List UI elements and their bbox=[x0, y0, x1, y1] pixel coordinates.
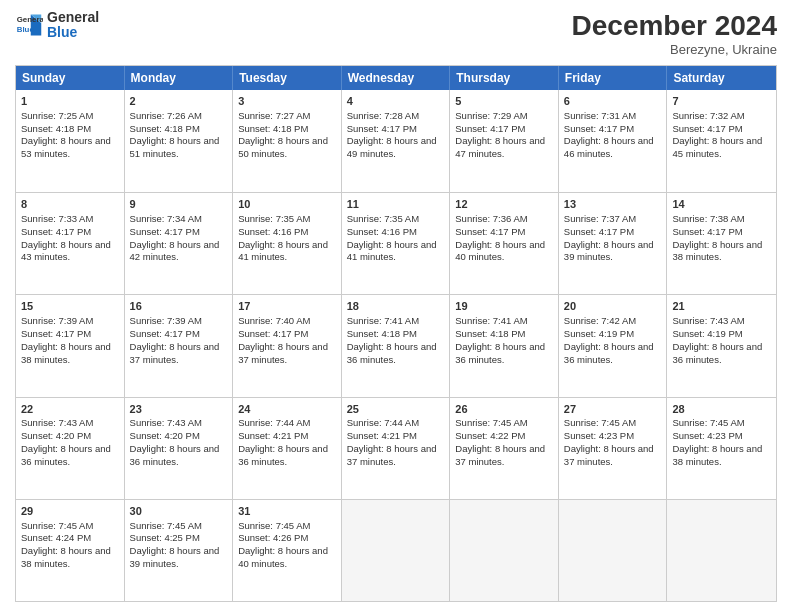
sunrise-text: Sunrise: 7:28 AM bbox=[347, 110, 445, 123]
daylight-text: Daylight: 8 hours and 50 minutes. bbox=[238, 135, 336, 161]
sunset-text: Sunset: 4:18 PM bbox=[238, 123, 336, 136]
calendar-cell: 16Sunrise: 7:39 AMSunset: 4:17 PMDayligh… bbox=[125, 295, 234, 396]
day-number: 28 bbox=[672, 402, 771, 417]
day-number: 31 bbox=[238, 504, 336, 519]
sunset-text: Sunset: 4:17 PM bbox=[130, 226, 228, 239]
day-header-sunday: Sunday bbox=[16, 66, 125, 90]
day-number: 12 bbox=[455, 197, 553, 212]
sunrise-text: Sunrise: 7:33 AM bbox=[21, 213, 119, 226]
calendar-row: 8Sunrise: 7:33 AMSunset: 4:17 PMDaylight… bbox=[16, 192, 776, 294]
daylight-text: Daylight: 8 hours and 46 minutes. bbox=[564, 135, 662, 161]
sunrise-text: Sunrise: 7:39 AM bbox=[130, 315, 228, 328]
sunset-text: Sunset: 4:17 PM bbox=[130, 328, 228, 341]
day-header-wednesday: Wednesday bbox=[342, 66, 451, 90]
sunset-text: Sunset: 4:17 PM bbox=[238, 328, 336, 341]
sunset-text: Sunset: 4:18 PM bbox=[347, 328, 445, 341]
calendar-cell: 6Sunrise: 7:31 AMSunset: 4:17 PMDaylight… bbox=[559, 90, 668, 192]
calendar-cell: 17Sunrise: 7:40 AMSunset: 4:17 PMDayligh… bbox=[233, 295, 342, 396]
calendar-cell: 15Sunrise: 7:39 AMSunset: 4:17 PMDayligh… bbox=[16, 295, 125, 396]
sunrise-text: Sunrise: 7:32 AM bbox=[672, 110, 771, 123]
sunrise-text: Sunrise: 7:38 AM bbox=[672, 213, 771, 226]
calendar-cell: 18Sunrise: 7:41 AMSunset: 4:18 PMDayligh… bbox=[342, 295, 451, 396]
sunrise-text: Sunrise: 7:45 AM bbox=[455, 417, 553, 430]
calendar-cell: 14Sunrise: 7:38 AMSunset: 4:17 PMDayligh… bbox=[667, 193, 776, 294]
day-number: 7 bbox=[672, 94, 771, 109]
sunset-text: Sunset: 4:23 PM bbox=[564, 430, 662, 443]
calendar-row: 15Sunrise: 7:39 AMSunset: 4:17 PMDayligh… bbox=[16, 294, 776, 396]
logo-text-general: General bbox=[47, 10, 99, 25]
day-number: 18 bbox=[347, 299, 445, 314]
calendar-cell: 26Sunrise: 7:45 AMSunset: 4:22 PMDayligh… bbox=[450, 398, 559, 499]
sunset-text: Sunset: 4:23 PM bbox=[672, 430, 771, 443]
day-number: 15 bbox=[21, 299, 119, 314]
sunset-text: Sunset: 4:18 PM bbox=[130, 123, 228, 136]
sunset-text: Sunset: 4:22 PM bbox=[455, 430, 553, 443]
calendar-cell: 28Sunrise: 7:45 AMSunset: 4:23 PMDayligh… bbox=[667, 398, 776, 499]
day-number: 25 bbox=[347, 402, 445, 417]
sunset-text: Sunset: 4:19 PM bbox=[564, 328, 662, 341]
day-number: 22 bbox=[21, 402, 119, 417]
day-number: 26 bbox=[455, 402, 553, 417]
sunrise-text: Sunrise: 7:45 AM bbox=[564, 417, 662, 430]
daylight-text: Daylight: 8 hours and 38 minutes. bbox=[21, 545, 119, 571]
calendar-cell: 29Sunrise: 7:45 AMSunset: 4:24 PMDayligh… bbox=[16, 500, 125, 601]
sunset-text: Sunset: 4:24 PM bbox=[21, 532, 119, 545]
calendar-cell: 10Sunrise: 7:35 AMSunset: 4:16 PMDayligh… bbox=[233, 193, 342, 294]
sunset-text: Sunset: 4:18 PM bbox=[21, 123, 119, 136]
day-number: 1 bbox=[21, 94, 119, 109]
sunset-text: Sunset: 4:16 PM bbox=[347, 226, 445, 239]
calendar-cell: 5Sunrise: 7:29 AMSunset: 4:17 PMDaylight… bbox=[450, 90, 559, 192]
daylight-text: Daylight: 8 hours and 47 minutes. bbox=[455, 135, 553, 161]
month-title: December 2024 bbox=[572, 10, 777, 42]
daylight-text: Daylight: 8 hours and 40 minutes. bbox=[455, 239, 553, 265]
sunset-text: Sunset: 4:18 PM bbox=[455, 328, 553, 341]
daylight-text: Daylight: 8 hours and 37 minutes. bbox=[130, 341, 228, 367]
calendar-cell: 25Sunrise: 7:44 AMSunset: 4:21 PMDayligh… bbox=[342, 398, 451, 499]
daylight-text: Daylight: 8 hours and 36 minutes. bbox=[672, 341, 771, 367]
day-header-thursday: Thursday bbox=[450, 66, 559, 90]
calendar-cell: 20Sunrise: 7:42 AMSunset: 4:19 PMDayligh… bbox=[559, 295, 668, 396]
daylight-text: Daylight: 8 hours and 41 minutes. bbox=[347, 239, 445, 265]
calendar-cell: 30Sunrise: 7:45 AMSunset: 4:25 PMDayligh… bbox=[125, 500, 234, 601]
sunrise-text: Sunrise: 7:43 AM bbox=[130, 417, 228, 430]
sunset-text: Sunset: 4:17 PM bbox=[564, 123, 662, 136]
sunset-text: Sunset: 4:26 PM bbox=[238, 532, 336, 545]
calendar-cell: 23Sunrise: 7:43 AMSunset: 4:20 PMDayligh… bbox=[125, 398, 234, 499]
daylight-text: Daylight: 8 hours and 39 minutes. bbox=[130, 545, 228, 571]
sunrise-text: Sunrise: 7:42 AM bbox=[564, 315, 662, 328]
header: General Blue General Blue December 2024 … bbox=[15, 10, 777, 57]
day-number: 10 bbox=[238, 197, 336, 212]
daylight-text: Daylight: 8 hours and 36 minutes. bbox=[455, 341, 553, 367]
calendar-cell: 12Sunrise: 7:36 AMSunset: 4:17 PMDayligh… bbox=[450, 193, 559, 294]
calendar-cell: 7Sunrise: 7:32 AMSunset: 4:17 PMDaylight… bbox=[667, 90, 776, 192]
sunset-text: Sunset: 4:21 PM bbox=[238, 430, 336, 443]
daylight-text: Daylight: 8 hours and 36 minutes. bbox=[238, 443, 336, 469]
sunset-text: Sunset: 4:20 PM bbox=[130, 430, 228, 443]
sunset-text: Sunset: 4:17 PM bbox=[347, 123, 445, 136]
sunset-text: Sunset: 4:25 PM bbox=[130, 532, 228, 545]
sunset-text: Sunset: 4:17 PM bbox=[455, 123, 553, 136]
sunrise-text: Sunrise: 7:40 AM bbox=[238, 315, 336, 328]
day-number: 11 bbox=[347, 197, 445, 212]
daylight-text: Daylight: 8 hours and 37 minutes. bbox=[238, 341, 336, 367]
svg-text:General: General bbox=[17, 16, 43, 25]
daylight-text: Daylight: 8 hours and 49 minutes. bbox=[347, 135, 445, 161]
calendar-cell: 11Sunrise: 7:35 AMSunset: 4:16 PMDayligh… bbox=[342, 193, 451, 294]
calendar-cell: 9Sunrise: 7:34 AMSunset: 4:17 PMDaylight… bbox=[125, 193, 234, 294]
daylight-text: Daylight: 8 hours and 42 minutes. bbox=[130, 239, 228, 265]
sunrise-text: Sunrise: 7:37 AM bbox=[564, 213, 662, 226]
sunrise-text: Sunrise: 7:35 AM bbox=[238, 213, 336, 226]
sunset-text: Sunset: 4:19 PM bbox=[672, 328, 771, 341]
day-header-tuesday: Tuesday bbox=[233, 66, 342, 90]
sunrise-text: Sunrise: 7:45 AM bbox=[238, 520, 336, 533]
sunrise-text: Sunrise: 7:45 AM bbox=[21, 520, 119, 533]
calendar-cell bbox=[450, 500, 559, 601]
calendar-cell: 27Sunrise: 7:45 AMSunset: 4:23 PMDayligh… bbox=[559, 398, 668, 499]
calendar-cell: 31Sunrise: 7:45 AMSunset: 4:26 PMDayligh… bbox=[233, 500, 342, 601]
sunset-text: Sunset: 4:17 PM bbox=[21, 328, 119, 341]
daylight-text: Daylight: 8 hours and 38 minutes. bbox=[21, 341, 119, 367]
sunrise-text: Sunrise: 7:41 AM bbox=[455, 315, 553, 328]
sunrise-text: Sunrise: 7:43 AM bbox=[21, 417, 119, 430]
day-number: 13 bbox=[564, 197, 662, 212]
calendar-cell: 24Sunrise: 7:44 AMSunset: 4:21 PMDayligh… bbox=[233, 398, 342, 499]
